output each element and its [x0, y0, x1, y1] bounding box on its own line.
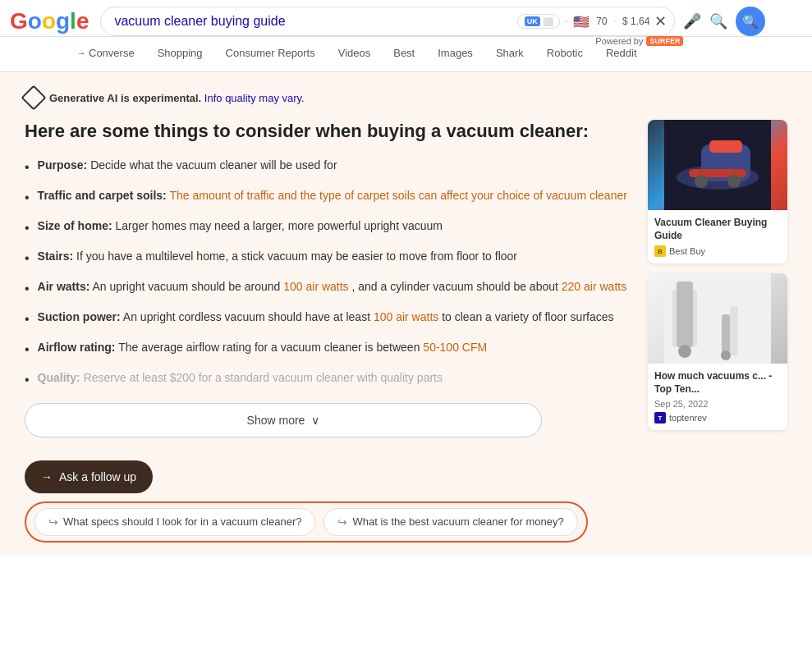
surfer-extension-badge: UK ⬜ — [517, 14, 560, 29]
surfer-logo: SURFER — [646, 36, 683, 46]
image-card-2-title: How much vacuums c... - Top Ten... — [654, 370, 781, 396]
converse-arrow: → — [77, 48, 85, 57]
list-item-content: Airflow rating: The average airflow rati… — [38, 339, 488, 356]
list-item: Suction power: An upright cordless vacuu… — [25, 309, 631, 329]
search-bar-wrapper: vacuum cleaner buying guide UK ⬜ · 🇺🇸 70… — [100, 7, 675, 36]
svg-rect-11 — [730, 306, 738, 355]
list-item: Purpose: Decide what the vacuum cleaner … — [25, 157, 631, 177]
list-item-content: Quality: Reserve at least $200 for a sta… — [38, 369, 443, 387]
suggestion-chip-1[interactable]: ↪ What specs should I look for in a vacu… — [34, 508, 315, 536]
tab-images[interactable]: Images — [426, 42, 484, 66]
followup-arrow-icon: → — [41, 470, 53, 483]
image-card-1-body: Vacuum Cleaner Buying Guide B Best Buy — [648, 210, 787, 263]
list-item: Traffic and carpet soils: The amount of … — [25, 187, 631, 208]
suggestion-chips-container: ↪ What specs should I look for in a vacu… — [25, 501, 588, 543]
divider: · — [565, 14, 568, 29]
svg-point-13 — [721, 350, 731, 360]
chevron-down-icon: ∨ — [311, 414, 319, 427]
chip-2-label: What is the best vacuum cleaner for mone… — [352, 515, 563, 528]
search-bar-icons: UK ⬜ · 🇺🇸 70 · $ 1.64 ✕ — [517, 12, 667, 30]
ai-title: Here are some things to consider when bu… — [25, 120, 631, 144]
topten-badge: T — [654, 412, 666, 424]
tab-consumer-reports[interactable]: Consumer Reports — [214, 42, 327, 66]
tab-videos-label: Videos — [338, 47, 371, 59]
divider2: · — [614, 14, 617, 29]
chip-arrow-icon-2: ↪ — [337, 515, 347, 529]
tab-images-label: Images — [438, 47, 473, 59]
list-item: Quality: Reserve at least $200 for a sta… — [25, 369, 631, 390]
tab-shopping[interactable]: Shopping — [146, 42, 214, 66]
tab-converse[interactable]: → Converse — [66, 42, 146, 66]
ai-answer-container: Generative AI is experimental. Info qual… — [0, 72, 812, 556]
image-card-2-source: T toptenrev — [654, 412, 781, 424]
ai-info-link[interactable]: Info quality may vary. — [204, 92, 305, 104]
stat-70: 70 — [596, 16, 607, 27]
svg-rect-12 — [722, 314, 730, 355]
google-logo: Google — [10, 8, 89, 34]
list-item: Airflow rating: The average airflow rati… — [25, 339, 631, 359]
image-card-2-date: Sep 25, 2022 — [654, 399, 781, 409]
chip-1-label: What specs should I look for in a vacuum… — [63, 515, 301, 528]
ai-list: Purpose: Decide what the vacuum cleaner … — [25, 157, 631, 390]
list-item-content: Size of home: Larger homes may need a la… — [38, 218, 443, 235]
bestbuy-badge: B — [654, 245, 666, 257]
suggestion-chip-2[interactable]: ↪ What is the best vacuum cleaner for mo… — [323, 508, 577, 536]
followup-section: → Ask a follow up ↪ What specs should I … — [25, 451, 631, 543]
nav-tabs: → Converse Shopping Consumer Reports Vid… — [0, 37, 812, 72]
show-more-label: Show more — [247, 414, 305, 427]
ai-header: Generative AI is experimental. Info qual… — [25, 89, 787, 107]
svg-point-10 — [678, 345, 691, 358]
list-item: Size of home: Larger homes may need a la… — [25, 218, 631, 238]
tab-robotic[interactable]: Robotic — [535, 42, 594, 66]
ai-experimental-label: Generative AI is experimental. — [49, 92, 201, 104]
ask-followup-button[interactable]: → Ask a follow up — [25, 460, 153, 493]
tab-shark[interactable]: Shark — [484, 42, 535, 66]
tab-videos[interactable]: Videos — [327, 42, 383, 66]
tab-shopping-label: Shopping — [158, 47, 203, 59]
ask-followup-label: Ask a follow up — [59, 470, 136, 483]
microphone-button[interactable]: 🎤 — [683, 12, 701, 30]
flag-icon: 🇺🇸 — [573, 14, 590, 30]
list-item-content: Stairs: If you have a multilevel home, a… — [38, 248, 517, 265]
lens-button[interactable]: 🔍 — [709, 12, 727, 30]
list-item: Air watts: An upright vacuum should be a… — [25, 278, 631, 299]
header: Google vacuum cleaner buying guide UK ⬜ … — [0, 0, 812, 37]
search-button[interactable]: 🔍 — [736, 7, 765, 36]
tab-consumer-reports-label: Consumer Reports — [226, 47, 315, 59]
svg-point-6 — [727, 175, 741, 188]
image-card-1[interactable]: Vacuum Cleaner Buying Guide B Best Buy — [648, 120, 787, 263]
image-card-2-body: How much vacuums c... - Top Ten... Sep 2… — [648, 364, 787, 430]
list-item-content: Suction power: An upright cordless vacuu… — [38, 309, 614, 326]
image-2-thumbnail — [648, 273, 787, 364]
powered-by-wrapper: Powered by SURFER — [595, 36, 683, 46]
tab-shark-label: Shark — [496, 47, 524, 59]
ai-header-text: Generative AI is experimental. Info qual… — [49, 92, 305, 104]
list-item-content: Purpose: Decide what the vacuum cleaner … — [38, 157, 337, 174]
chip-arrow-icon: ↪ — [48, 515, 58, 529]
image-card-1-title: Vacuum Cleaner Buying Guide — [654, 217, 781, 242]
svg-rect-3 — [709, 140, 742, 153]
tab-best[interactable]: Best — [382, 42, 426, 66]
stat-price: $ 1.64 — [622, 16, 649, 27]
ai-body: Here are some things to consider when bu… — [25, 120, 787, 543]
ai-content: Here are some things to consider when bu… — [25, 120, 631, 543]
powered-by-label: Powered by — [595, 36, 643, 46]
source-label-2: toptenrev — [669, 413, 707, 423]
show-more-button[interactable]: Show more ∨ — [25, 403, 542, 437]
ai-diamond-icon — [21, 85, 46, 110]
tab-robotic-label: Robotic — [547, 47, 583, 59]
tab-reddit-label: Reddit — [606, 47, 637, 59]
tab-converse-label: Converse — [89, 47, 135, 59]
svg-point-5 — [695, 175, 708, 188]
list-item-content: Air watts: An upright vacuum should be a… — [38, 278, 627, 295]
image-1-thumbnail — [648, 120, 787, 210]
ai-images-panel: Vacuum Cleaner Buying Guide B Best Buy — [648, 120, 787, 543]
source-label-1: Best Buy — [669, 246, 705, 256]
image-card-1-source: B Best Buy — [654, 245, 781, 257]
svg-rect-9 — [677, 282, 693, 347]
clear-search-button[interactable]: ✕ — [654, 12, 667, 30]
list-item: Stairs: If you have a multilevel home, a… — [25, 248, 631, 268]
list-item-content: Traffic and carpet soils: The amount of … — [38, 187, 627, 204]
tab-best-label: Best — [393, 47, 415, 59]
image-card-2[interactable]: How much vacuums c... - Top Ten... Sep 2… — [648, 273, 787, 430]
